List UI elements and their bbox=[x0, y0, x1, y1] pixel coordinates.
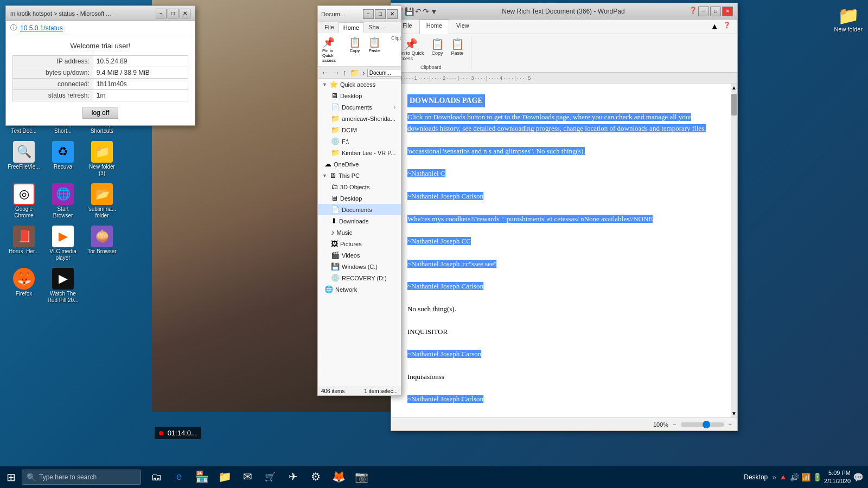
fe-tree-network[interactable]: 🌐 Network bbox=[318, 284, 401, 295]
desktop-icon-new-folder-top-right[interactable]: 📁 New folder bbox=[834, 5, 863, 33]
tray-warning-icon[interactable]: 🔺 bbox=[778, 473, 788, 481]
fe-tab-file[interactable]: File bbox=[320, 22, 339, 33]
wp-minimize-button[interactable]: − bbox=[698, 7, 709, 16]
wp-close-button[interactable]: ✕ bbox=[722, 7, 733, 16]
close-button[interactable]: ✕ bbox=[180, 9, 190, 18]
desktop-icon-chrome[interactable]: ◎ Google Chrome bbox=[5, 181, 42, 221]
desktop-icon-subliminaz[interactable]: 📂 'sublimina... folder bbox=[84, 181, 120, 221]
fe-minimize-button[interactable]: − bbox=[363, 9, 374, 19]
taskbar-store[interactable]: 🏪 bbox=[191, 466, 213, 488]
fe-ribbon-content: 📌 Pin to Quickaccess 📋 Copy 📋 Paste Clip… bbox=[318, 33, 401, 67]
wp-clipboard-label: Clipboard bbox=[420, 65, 442, 70]
address-bar: ⓘ 10.5.0.1/status bbox=[6, 21, 195, 35]
fe-close-button[interactable]: ✕ bbox=[387, 9, 398, 19]
fe-tree-desktop[interactable]: 🖥 Desktop bbox=[318, 90, 401, 101]
wp-tab-view[interactable]: View bbox=[449, 20, 476, 34]
taskbar-explorer[interactable]: 📁 bbox=[214, 466, 235, 488]
fe-forward-button[interactable]: → bbox=[331, 68, 341, 77]
wp-para-inquisitor: INQUISITOR bbox=[407, 326, 714, 338]
wp-paste-button[interactable]: 📋 Paste bbox=[449, 36, 467, 62]
fe-up-button[interactable]: ↑ bbox=[342, 68, 348, 77]
fe-tree-recovery-d[interactable]: 💿 RECOVERY (D:) bbox=[318, 272, 401, 284]
minimize-button[interactable]: − bbox=[156, 9, 167, 18]
wp-copy-button[interactable]: 📋 Copy bbox=[429, 36, 446, 62]
fe-tree-3d-objects[interactable]: 🗂 3D Objects bbox=[318, 181, 401, 192]
taskbar-task-view[interactable]: 🗂 bbox=[145, 466, 167, 488]
taskbar-tripadvisor[interactable]: ✈ bbox=[282, 466, 304, 488]
desktop-icon-watch-film[interactable]: ▶ Watch The Red Pill 20... bbox=[44, 266, 81, 306]
taskbar-camera[interactable]: 📷 bbox=[350, 466, 372, 488]
desktop-icon-firefox[interactable]: 🦊 Firefox bbox=[5, 266, 42, 306]
fe-paste-button[interactable]: 📋 Paste bbox=[366, 35, 382, 64]
wp-save-button[interactable]: 💾 bbox=[405, 7, 414, 16]
fe-tree-music[interactable]: ♪ Music bbox=[318, 227, 401, 238]
fe-tab-home[interactable]: Home bbox=[339, 22, 364, 33]
fe-tree-pictures[interactable]: 🖼 Pictures bbox=[318, 238, 401, 249]
wp-scroll-down-button[interactable]: ▼ bbox=[730, 409, 737, 418]
logoff-button[interactable]: log off bbox=[82, 107, 118, 119]
desktop-label-fe: Desktop bbox=[340, 93, 362, 99]
wp-pin-icon: 📌 bbox=[404, 37, 418, 50]
wp-maximize-button[interactable]: □ bbox=[710, 7, 721, 16]
fe-tree-dcim[interactable]: 📁 DCIM bbox=[318, 124, 401, 136]
wp-undo-button[interactable]: ↶ bbox=[415, 7, 422, 16]
wordpad-document[interactable]: DOWNLOADS PAGE Click on Downloads button… bbox=[391, 84, 731, 418]
fe-address-bar[interactable] bbox=[367, 69, 401, 77]
wp-qat-dropdown[interactable]: ▼ bbox=[430, 7, 438, 16]
tray-battery-icon[interactable]: 🔋 bbox=[813, 473, 822, 481]
desktop-icon-recuva[interactable]: ♻ Recuva bbox=[44, 139, 81, 179]
wp-zoom-slider[interactable] bbox=[681, 422, 724, 427]
wp-scroll-up-button[interactable]: ▲ bbox=[730, 84, 737, 92]
tray-network-icon[interactable]: 📶 bbox=[801, 473, 810, 481]
fe-tree-documents2[interactable]: 📄 Documents bbox=[318, 204, 401, 215]
fe-quick-access-header[interactable]: ▼ ⭐ Quick access bbox=[318, 79, 401, 90]
fe-tree-desktop2[interactable]: 🖥 Desktop bbox=[318, 192, 401, 204]
wordpad-scrollbar[interactable]: ▲ ▼ bbox=[731, 84, 737, 418]
fe-tree-f-drive[interactable]: 💿 F:\ bbox=[318, 136, 401, 147]
desktop-icon-horus[interactable]: 📕 Horus_Her... bbox=[5, 223, 42, 264]
desktop-icon-new-folder-3[interactable]: 📁 New folder (3) bbox=[84, 139, 120, 179]
notification-icon[interactable]: 💬 bbox=[853, 472, 864, 483]
wp-help-link[interactable]: ❓ bbox=[721, 20, 733, 34]
wp-zoom-plus-button[interactable]: + bbox=[729, 421, 732, 428]
desktop-icon-tor[interactable]: 🧅 Tor Browser bbox=[84, 223, 120, 264]
taskbar-amazon[interactable]: 🛒 bbox=[259, 466, 281, 488]
taskbar-show-desktop[interactable]: » bbox=[772, 473, 776, 481]
fe-tree-downloads[interactable]: ⬇ Downloads bbox=[318, 215, 401, 227]
wp-zoom-minus-button[interactable]: − bbox=[673, 421, 676, 428]
fe-copy-button[interactable]: 📋 Copy bbox=[347, 35, 363, 64]
fe-maximize-button[interactable]: □ bbox=[375, 9, 386, 19]
fe-tree-onedrive[interactable]: ☁ OneDrive bbox=[318, 158, 401, 170]
wp-expand-ribbon[interactable]: ▲ bbox=[708, 20, 721, 34]
taskbar-firefox-btn[interactable]: 🦊 bbox=[328, 466, 349, 488]
fe-tree-videos[interactable]: 🎬 Videos bbox=[318, 249, 401, 261]
taskbar-settings[interactable]: ⚙ bbox=[305, 466, 327, 488]
tray-volume-icon[interactable]: 🔊 bbox=[790, 473, 799, 481]
wp-scroll-thumb[interactable] bbox=[731, 94, 737, 115]
taskbar-mail[interactable]: ✉ bbox=[237, 466, 258, 488]
desktop-icon-vlc[interactable]: ▶ VLC media player bbox=[44, 223, 81, 264]
mikrotik-titlebar: mikrotik hotspot > status - Microsoft ..… bbox=[6, 6, 195, 21]
taskbar-edge[interactable]: e bbox=[168, 466, 190, 488]
fe-back-button[interactable]: ← bbox=[320, 68, 330, 77]
taskbar-clock[interactable]: 5:09 PM 2/11/2020 bbox=[824, 469, 851, 486]
desktop-icon-freefileview[interactable]: 🔍 FreeFileVie... bbox=[5, 139, 42, 179]
maximize-button[interactable]: □ bbox=[168, 9, 178, 18]
wp-para-inquisisionss: Inquisisionss bbox=[407, 371, 714, 383]
fe-tree-this-pc[interactable]: ▼ 🖥 This PC bbox=[318, 170, 401, 181]
wp-help-icon[interactable]: ❓ bbox=[689, 7, 697, 16]
wp-zoom-thumb[interactable] bbox=[703, 421, 710, 428]
start-button[interactable]: ⊞ bbox=[0, 466, 22, 488]
fe-tree-kimber-lee[interactable]: 📁 Kimber Lee - VR P... bbox=[318, 147, 401, 158]
wp-redo-button[interactable]: ↷ bbox=[423, 7, 429, 16]
music-icon: ♪ bbox=[331, 228, 335, 236]
address-text[interactable]: 10.5.0.1/status bbox=[20, 24, 63, 32]
desktop-icon-start-tor[interactable]: 🌐 Start Browser bbox=[44, 181, 81, 221]
fe-tree-windows-c[interactable]: 💾 Windows (C:) bbox=[318, 261, 401, 272]
taskbar-search-box[interactable]: 🔍 Type here to search bbox=[22, 470, 141, 485]
fe-tree-americavr[interactable]: 📁 americavr-Sherida... bbox=[318, 113, 401, 124]
wp-tab-home[interactable]: Home bbox=[419, 20, 449, 34]
fe-pin-button[interactable]: 📌 Pin to Quickaccess bbox=[320, 35, 338, 64]
fe-tab-share[interactable]: Sha... bbox=[364, 22, 388, 33]
fe-tree-documents[interactable]: 📄 Documents › bbox=[318, 101, 401, 113]
